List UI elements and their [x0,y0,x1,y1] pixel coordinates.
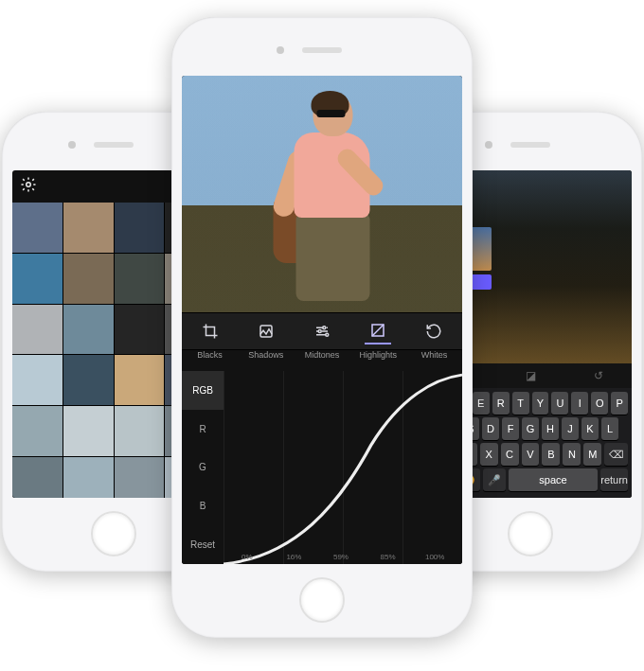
key-⌫[interactable]: ⌫ [604,443,628,466]
key-🎤[interactable]: 🎤 [483,468,506,491]
key-t[interactable]: T [512,392,529,415]
channel-selector: RGB R G B Reset [182,371,224,564]
key-b[interactable]: B [542,443,560,466]
channel-r[interactable]: R [182,410,224,449]
curves-icon[interactable]: ◪ [526,369,536,382]
curves-tool[interactable] [365,318,391,344]
home-button[interactable] [508,511,553,556]
photo-subject [259,93,401,301]
settings-icon[interactable] [20,176,37,197]
key-f[interactable]: F [502,417,519,440]
key-i[interactable]: I [571,392,588,415]
front-camera [68,141,76,149]
tone-range-labels: Blacks Shadows Midtones Highlights White… [182,350,462,371]
key-c[interactable]: C [501,443,519,466]
photo-thumb[interactable] [12,457,63,498]
tool-row [182,312,462,350]
key-g[interactable]: G [522,417,539,440]
channel-b[interactable]: B [182,486,224,525]
svg-point-3 [318,330,321,333]
photo-thumb[interactable] [63,355,114,405]
photo-thumb[interactable] [12,254,63,304]
photo-thumb[interactable] [115,254,165,304]
key-k[interactable]: K [581,417,599,440]
photo-thumb[interactable] [115,406,165,456]
photo-thumb[interactable] [63,305,114,355]
front-camera [485,141,492,149]
range-shadows[interactable]: Shadows [238,350,294,371]
svg-point-0 [27,183,31,187]
key-m[interactable]: M [583,443,601,466]
presets-tool[interactable] [253,318,279,344]
svg-point-4 [326,333,329,336]
front-camera [277,46,284,54]
curve-axis-values: 0% 16% 59% 85% 100% [224,553,458,561]
speaker [302,47,342,53]
range-whites[interactable]: Whites [406,350,462,371]
key-h[interactable]: H [542,417,559,440]
range-midtones[interactable]: Midtones [294,350,349,371]
key-j[interactable]: J [562,417,579,440]
key-n[interactable]: N [563,443,581,466]
channel-rgb[interactable]: RGB [182,371,224,410]
key-d[interactable]: D [482,417,499,440]
key-y[interactable]: Y [532,392,549,415]
adjust-tool[interactable] [309,318,335,344]
speaker [94,142,134,148]
photo-thumb[interactable] [63,457,114,498]
range-highlights[interactable]: Highlights [350,350,406,371]
key-x[interactable]: X [480,443,498,466]
curves-panel: RGB R G B Reset 0% 16% 59% 85% 100% [182,371,462,564]
photo-thumb[interactable] [63,203,114,253]
crop-tool[interactable] [197,318,224,344]
photo-thumb[interactable] [12,406,63,456]
photo-thumb[interactable] [12,305,63,355]
photo-thumb[interactable] [12,355,63,405]
photo-thumb[interactable] [115,355,165,405]
key-p[interactable]: P [611,392,628,415]
home-button[interactable] [299,577,345,623]
photo-thumb[interactable] [115,305,165,355]
key-space[interactable]: space [509,468,598,491]
photo-thumb[interactable] [63,254,114,304]
photo-thumb[interactable] [115,457,165,498]
speaker [510,142,550,148]
key-o[interactable]: O [591,392,608,415]
history-tool[interactable] [420,318,447,344]
channel-g[interactable]: G [182,449,224,487]
photo-thumb[interactable] [63,406,114,456]
photo-thumb[interactable] [115,203,165,253]
history-icon[interactable]: ↺ [594,369,603,382]
home-button[interactable] [91,511,136,556]
curve-graph[interactable] [224,371,462,564]
channel-reset[interactable]: Reset [182,525,224,564]
key-l[interactable]: L [601,417,618,440]
editor-screen: Blacks Shadows Midtones Highlights White… [182,76,462,564]
key-e[interactable]: E [473,392,490,415]
range-blacks[interactable]: Blacks [182,350,238,371]
key-return[interactable]: return [600,468,628,491]
key-v[interactable]: V [522,443,540,466]
key-u[interactable]: U [551,392,568,415]
photo-thumb[interactable] [12,203,63,253]
svg-point-2 [323,327,326,329]
phone-editor: Blacks Shadows Midtones Highlights White… [171,17,473,638]
edited-photo[interactable] [182,76,462,312]
key-r[interactable]: R [492,392,510,415]
